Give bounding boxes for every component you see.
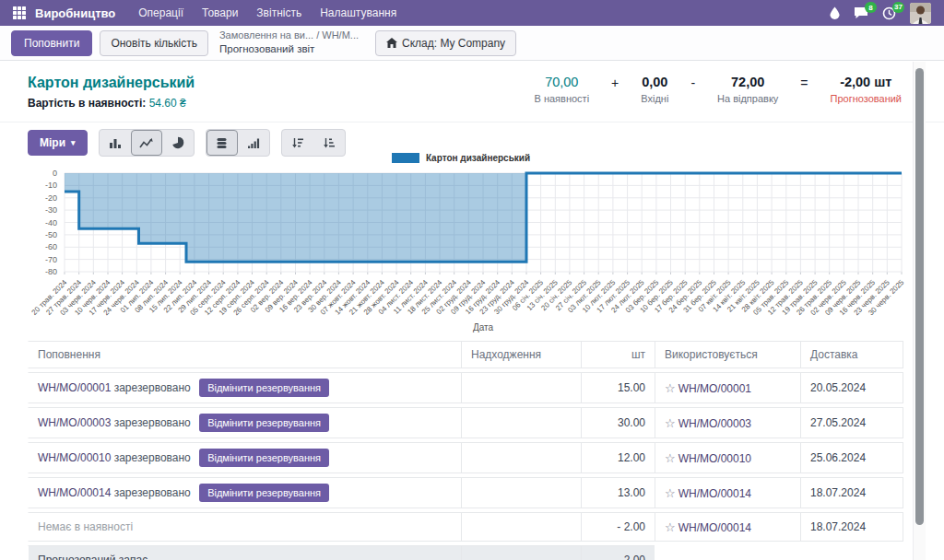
stat-forecast: -2,00 шт Прогнозований xyxy=(831,75,902,104)
nav-item-operations[interactable]: Операції xyxy=(130,3,192,23)
outgoing-value: 72,00 xyxy=(717,75,778,89)
incoming-label: Вхідні xyxy=(641,93,668,104)
delivery-cell: 25.06.2024 xyxy=(800,442,903,473)
nav-item-products[interactable]: Товари xyxy=(194,3,246,23)
user-avatar[interactable] xyxy=(910,3,931,24)
delivery-cell xyxy=(800,545,903,560)
replenish-button[interactable]: Поповнити xyxy=(11,30,92,56)
forecast-label: Прогнозований xyxy=(831,93,902,104)
app-name[interactable]: Виробництво xyxy=(35,6,115,20)
svg-text:-10: -10 xyxy=(45,181,57,190)
warehouse-filter-button[interactable]: Склад: My Company xyxy=(375,30,516,56)
product-info: Картон дизайнерський Вартість в наявност… xyxy=(28,75,195,122)
svg-text:-30: -30 xyxy=(45,205,57,215)
unreserve-button[interactable]: Відмінити резервування xyxy=(199,414,329,432)
star-icon[interactable]: ☆ xyxy=(665,486,676,500)
vertical-scrollbar[interactable] xyxy=(913,62,926,560)
star-icon[interactable]: ☆ xyxy=(665,520,676,534)
stock-value-line: Вартість в наявності: 54.60 ₴ xyxy=(28,97,195,110)
table-header-row: ПоповненняНадходженняштВикористовуєтьсяД… xyxy=(28,341,903,368)
measures-button[interactable]: Міри ▾ xyxy=(28,130,88,156)
column-header-0: Поповнення xyxy=(28,341,461,368)
qty-cell: 12.00 xyxy=(581,442,655,473)
equals-operator: = xyxy=(800,76,808,90)
warehouse-filter-label: Склад: My Company xyxy=(402,37,505,50)
unreserve-button[interactable]: Відмінити резервування xyxy=(199,484,329,502)
activities-clock-icon[interactable]: 37 xyxy=(882,6,896,20)
line-chart-button[interactable] xyxy=(131,130,162,156)
pie-chart-button[interactable] xyxy=(162,130,194,156)
cumulative-signal-button[interactable] xyxy=(238,130,269,156)
qty-cell: 13.00 xyxy=(581,477,655,508)
used-by-link[interactable]: WH/MO/00003 xyxy=(678,417,751,430)
reserved-label: зарезервовано xyxy=(111,381,194,394)
delivery-cell: 18.07.2024 xyxy=(800,477,903,508)
qty-cell: -2.00 xyxy=(581,545,655,560)
plus-operator: + xyxy=(611,76,619,90)
on-hand-label: В наявності xyxy=(535,93,590,104)
used-by-cell: ☆WH/MO/00010 xyxy=(655,442,800,473)
used-by-link[interactable]: WH/MO/00014 xyxy=(678,521,751,534)
used-by-link[interactable]: WH/MO/00001 xyxy=(678,382,751,395)
table-row: WH/MO/00001 зарезервовано Відмінити резе… xyxy=(28,372,903,403)
row-label: Прогнозований запас xyxy=(38,554,148,560)
reserved-label: зарезервовано xyxy=(111,486,194,499)
receipt-cell xyxy=(461,477,581,508)
apps-grid-icon[interactable] xyxy=(13,6,26,19)
used-by-link[interactable]: WH/MO/00010 xyxy=(678,452,751,465)
manufacturing-forecast-report: Виробництво ОпераціїТовариЗвітністьНалаш… xyxy=(0,0,944,560)
on-hand-value[interactable]: 70,00 xyxy=(535,75,590,89)
column-header-1: Надходження xyxy=(461,341,581,368)
unreserve-button[interactable]: Відмінити резервування xyxy=(199,449,329,467)
replenishment-link[interactable]: WH/MO/00010 xyxy=(38,451,111,464)
update-quantity-button[interactable]: Оновіть кількість xyxy=(100,30,208,56)
sort-asc-icon[interactable] xyxy=(313,130,345,156)
product-header: Картон дизайнерський Вартість в наявност… xyxy=(0,62,944,122)
stat-outgoing: 72,00 На відправку xyxy=(717,75,778,104)
replenishment-link[interactable]: WH/MO/00003 xyxy=(38,416,111,429)
used-by-cell xyxy=(655,545,800,560)
breadcrumb-current: Прогнозований звіт xyxy=(219,42,359,55)
receipt-cell xyxy=(461,372,581,403)
replenishment-link[interactable]: WH/MO/00001 xyxy=(38,381,111,394)
stat-incoming: 0,00 Вхідні xyxy=(641,75,668,104)
star-icon[interactable]: ☆ xyxy=(665,451,676,465)
star-icon[interactable]: ☆ xyxy=(665,416,676,430)
star-icon[interactable]: ☆ xyxy=(665,381,676,395)
messages-badge: 8 xyxy=(865,2,877,13)
scrollbar-thumb[interactable] xyxy=(915,68,924,525)
delivery-cell: 27.05.2024 xyxy=(800,407,903,438)
table-row: WH/MO/00014 зарезервовано Відмінити резе… xyxy=(28,477,903,508)
bar-chart-button[interactable] xyxy=(100,130,131,156)
activities-badge: 37 xyxy=(892,2,904,13)
delivery-cell: 20.05.2024 xyxy=(800,372,903,403)
reserved-label: зарезервовано xyxy=(111,451,194,464)
stacked-database-button[interactable] xyxy=(206,130,238,156)
receipt-cell xyxy=(461,545,581,560)
reserved-label: зарезервовано xyxy=(111,416,194,429)
replenishment-link[interactable]: WH/MO/00014 xyxy=(38,486,111,499)
sort-desc-icon[interactable] xyxy=(282,130,313,156)
svg-text:-50: -50 xyxy=(45,230,57,239)
table-row: WH/MO/00010 зарезервовано Відмінити резе… xyxy=(28,442,903,473)
column-header-4: Доставка xyxy=(800,341,903,368)
unreserve-button[interactable]: Відмінити резервування xyxy=(199,379,329,397)
chevron-down-icon: ▾ xyxy=(71,138,76,147)
stock-value-amount: 54.60 ₴ xyxy=(149,97,186,110)
column-header-3: Використовується xyxy=(655,341,800,368)
droplet-icon[interactable] xyxy=(830,6,840,19)
svg-text:-20: -20 xyxy=(45,193,57,203)
forecast-chart: 0-10-20-30-40-50-60-70-8020 трав. 202427… xyxy=(6,162,927,335)
table-row: Прогнозований запас-2.00 xyxy=(28,545,903,560)
forecast-stats: 70,00 В наявності + 0,00 Вхідні - 72,00 … xyxy=(535,75,902,122)
breadcrumb-parents[interactable]: Замовлення на ви... / WH/M... xyxy=(219,29,359,42)
nav-item-settings[interactable]: Налаштування xyxy=(312,3,405,23)
forecast-table: ПоповненняНадходженняштВикористовуєтьсяД… xyxy=(28,337,903,560)
messages-icon[interactable]: 8 xyxy=(854,6,868,19)
nav-item-reporting[interactable]: Звітність xyxy=(248,3,310,23)
svg-text:-40: -40 xyxy=(45,218,57,228)
table-row: WH/MO/00003 зарезервовано Відмінити резе… xyxy=(28,407,903,438)
used-by-link[interactable]: WH/MO/00014 xyxy=(678,487,751,500)
top-navbar: Виробництво ОпераціїТовариЗвітністьНалаш… xyxy=(0,0,944,26)
navbar-right: 8 37 xyxy=(830,3,935,24)
